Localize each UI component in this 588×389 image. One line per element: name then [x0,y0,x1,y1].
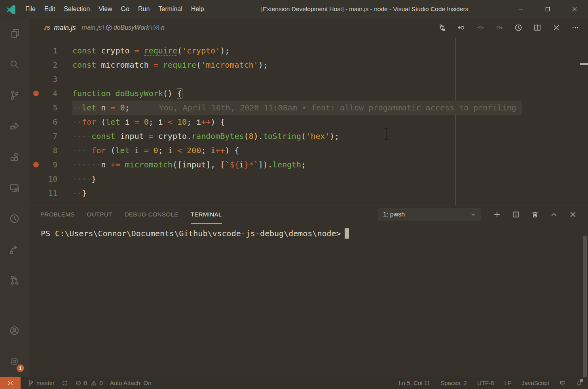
breadcrumb-item-main.js[interactable]: main.js [82,24,102,31]
new-terminal-button[interactable] [487,207,506,222]
menu-run[interactable]: Run [134,0,154,18]
breadcrumb-item-n[interactable]: n [153,24,165,31]
terminal-select[interactable]: 1: pwsh [378,208,481,221]
status-feedback[interactable] [560,380,566,386]
step-back-button[interactable] [452,21,471,35]
breadcrumb-separator: \ [150,24,152,31]
line-text[interactable]: ··let n = 0;You, April 16th, 2020 11:08a… [72,101,522,115]
step-over-button[interactable] [471,21,490,35]
status-git-branch[interactable]: master [28,380,55,386]
activity-item-search[interactable] [0,49,29,80]
activity-item-profile[interactable] [0,203,29,234]
extensions-icon [9,152,20,162]
feedback-icon [560,380,566,386]
add-icon [493,211,501,218]
menu-file[interactable]: File [21,0,40,18]
step-forward-button[interactable] [490,21,509,35]
menu-bar: FileEditSelectionViewGoRunTerminalHelp [21,0,209,18]
gutter-line-6[interactable]: 6 [29,115,72,129]
split-terminal-button[interactable] [506,207,525,222]
code-editor[interactable]: 1const crypto = require('crypto');2const… [29,38,588,205]
gutter-line-1[interactable]: 1 [29,44,72,58]
breadcrumb: main.js\doBusyWork\n [82,24,165,31]
status-notifications[interactable] [576,380,582,386]
minimize-button[interactable] [507,0,534,18]
line-number: 11 [48,186,57,200]
symbol-variable-icon [153,24,160,31]
profile-button[interactable] [509,21,528,35]
line-text[interactable]: ····for (let i = 0; i < 200; i++) { [72,143,245,157]
status-sync[interactable] [62,380,68,386]
remote-indicator[interactable] [0,377,21,389]
remote-explorer-icon [9,182,20,193]
breadcrumb-label: n [161,24,165,31]
kill-terminal-button[interactable] [525,207,544,222]
line-text[interactable]: ····} [72,172,102,186]
activity-item-remote-explorer[interactable] [0,172,29,203]
line-text[interactable] [72,72,78,86]
breakpoint-icon[interactable] [33,162,39,167]
status-language[interactable]: JavaScript [522,380,549,386]
trash-icon [531,211,539,218]
breadcrumb-item-doBusyWork[interactable]: doBusyWork [105,24,150,31]
menu-go[interactable]: Go [117,0,134,18]
status-encoding[interactable]: UTF-8 [477,380,494,386]
terminal[interactable]: PS C:\Users\Connor\Documents\Github\vsco… [29,224,588,377]
breakpoint-icon[interactable] [33,91,39,96]
maximize-panel-button[interactable] [544,207,563,222]
gutter-line-11[interactable]: 11 [29,186,72,200]
terminal-scrollbar[interactable] [583,236,587,377]
gutter-line-5[interactable]: 5 [29,101,72,115]
menu-help[interactable]: Help [187,0,209,18]
line-number: 10 [48,172,57,186]
line-text[interactable]: ····const input = crypto.randomBytes(8).… [72,129,345,143]
line-text[interactable]: function doBusyWork() { [72,86,188,101]
gutter-line-3[interactable]: 3 [29,72,72,86]
compare-changes-button[interactable] [433,21,452,35]
more-actions-button[interactable] [566,21,585,35]
live-share-icon [9,244,20,255]
activity-item-live-share[interactable] [0,234,29,265]
menu-selection[interactable]: Selection [59,0,94,18]
close-window-button[interactable] [561,0,588,18]
gutter-line-8[interactable]: 8 [29,143,72,157]
gutter-line-2[interactable]: 2 [29,58,72,72]
activity-item-pull-requests[interactable] [0,265,29,296]
gutter-line-9[interactable]: 9 [29,157,72,172]
close-editor-button[interactable] [547,21,566,35]
close-panel-button[interactable] [563,207,582,222]
code-line-6: 6··for (let i = 0; i < 10; i++) { [29,115,588,129]
activity-item-settings[interactable]: 1 [0,346,29,377]
maximize-button[interactable] [534,0,561,18]
menu-view[interactable]: View [94,0,116,18]
activity-item-explorer[interactable] [0,18,29,49]
gutter-line-7[interactable]: 7 [29,129,72,143]
editor-tab-filename[interactable]: main.js [54,24,76,32]
line-text[interactable]: ······n += micromatch([input], [`${i}*`]… [72,157,311,172]
activity-item-run-debug[interactable] [0,110,29,141]
line-text[interactable]: ··} [72,186,92,200]
status-cursor-position[interactable]: Ln 5, Col 11 [398,380,430,386]
line-text[interactable]: ··for (let i = 0; i < 10; i++) { [72,115,230,129]
status-warnings[interactable]: 0 [91,380,102,386]
breadcrumb-label: doBusyWork [114,24,150,31]
line-text[interactable]: const crypto = require('crypto'); [72,44,235,58]
activity-item-source-control[interactable] [0,80,29,110]
activity-item-accounts[interactable] [0,315,29,346]
status-warnings-label: 0 [99,380,102,386]
line-text[interactable]: const micromatch = require('micromatch')… [72,58,273,72]
activity-item-extensions[interactable] [0,141,29,172]
menu-edit[interactable]: Edit [40,0,60,18]
menu-terminal[interactable]: Terminal [154,0,186,18]
panel-tab-problems[interactable]: PROBLEMS [40,205,75,224]
status-eol[interactable]: LF [504,380,511,386]
split-editor-button[interactable] [528,21,547,35]
panel-tab-debug-console[interactable]: DEBUG CONSOLE [125,205,178,224]
panel-tab-output[interactable]: OUTPUT [87,205,112,224]
status-errors[interactable]: 0 [75,380,87,386]
gutter-line-4[interactable]: 4 [29,86,72,101]
status-indentation[interactable]: Spaces: 2 [440,380,467,386]
panel-tab-terminal[interactable]: TERMINAL [191,205,222,224]
status-auto-attach[interactable]: Auto Attach: On [110,380,152,386]
gutter-line-10[interactable]: 10 [29,172,72,186]
